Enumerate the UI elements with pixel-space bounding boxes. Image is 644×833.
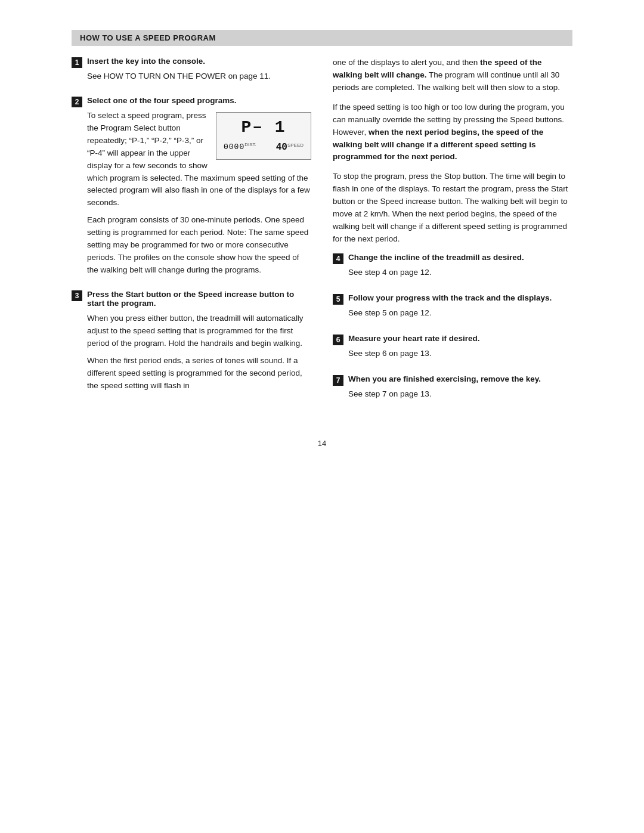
- step-5-body: See step 5 on page 12.: [348, 307, 552, 320]
- right-intro-para-1: one of the displays to alert you, and th…: [333, 57, 572, 94]
- step-6: 6 Measure your heart rate if desired. Se…: [333, 334, 572, 365]
- step-7-body: See step 7 on page 13.: [348, 388, 541, 401]
- step-6-number: 6: [333, 335, 343, 345]
- step-2-body: P– 1 0000DIST. 40SPEED To select a speed: [87, 110, 311, 281]
- display-main-text: P– 1: [224, 117, 304, 138]
- step-4-title: Change the incline of the treadmill as d…: [348, 253, 524, 262]
- step-1-content: Insert the key into the console. See HOW…: [87, 57, 271, 88]
- step-2: 2 Select one of the four speed programs.…: [72, 96, 311, 281]
- step-4-content: Change the incline of the treadmill as d…: [348, 253, 524, 284]
- step-3-title: Press the Start button or the Speed incr…: [87, 290, 294, 308]
- step-4-body: See step 4 on page 12.: [348, 267, 524, 279]
- right-intro-para-3: To stop the program, press the Stop butt…: [333, 171, 572, 246]
- step-3-content: Press the Start button or the Speed incr…: [87, 290, 311, 397]
- console-display: P– 1 0000DIST. 40SPEED: [216, 112, 311, 160]
- page-number: 14: [72, 439, 572, 448]
- step-3-para-2: When the first period ends, a series of …: [87, 355, 311, 392]
- step-3-para-1: When you press either button, the treadm…: [87, 312, 311, 350]
- two-column-layout: HOW TO USE A SPEED PROGRAM 1 Insert the …: [72, 30, 572, 415]
- left-column: 1 Insert the key into the console. See H…: [72, 57, 311, 415]
- step-6-body-text: See step 6 on page 13.: [348, 348, 480, 360]
- step-1-body-text: See HOW TO TURN ON THE POWER on page 11.: [87, 70, 271, 83]
- step-2-para-2: Each program consists of 30 one-minute p…: [87, 214, 311, 277]
- step-3: 3 Press the Start button or the Speed in…: [72, 290, 311, 397]
- step-5-body-text: See step 5 on page 12.: [348, 307, 552, 320]
- step-6-title: Measure your heart rate if desired.: [348, 334, 480, 343]
- step-5-content: Follow your progress with the track and …: [348, 293, 552, 324]
- step-5-title: Follow your progress with the track and …: [348, 293, 552, 302]
- display-dist-value: 0000DIST.: [224, 141, 256, 153]
- step-6-content: Measure your heart rate if desired. See …: [348, 334, 480, 365]
- section-title: HOW TO USE A SPEED PROGRAM: [80, 33, 216, 42]
- step-3-body: When you press either button, the treadm…: [87, 312, 311, 392]
- step-1: 1 Insert the key into the console. See H…: [72, 57, 311, 88]
- step-1-title: Insert the key into the console.: [87, 57, 205, 66]
- step-7-title: When you are finished exercising, remove…: [348, 374, 541, 383]
- step-4: 4 Change the incline of the treadmill as…: [333, 253, 572, 284]
- step-7: 7 When you are finished exercising, remo…: [333, 374, 572, 405]
- step-7-number: 7: [333, 375, 343, 386]
- right-column: one of the displays to alert you, and th…: [333, 57, 572, 415]
- step-2-content: Select one of the four speed programs. P…: [87, 96, 311, 281]
- right-intro-para-2: If the speed setting is too high or too …: [333, 101, 572, 164]
- step-2-number: 2: [72, 97, 82, 107]
- page: HOW TO USE A SPEED PROGRAM 1 Insert the …: [54, 0, 590, 496]
- step-5: 5 Follow your progress with the track an…: [333, 293, 572, 324]
- step-7-body-text: See step 7 on page 13.: [348, 388, 541, 401]
- step-4-body-text: See step 4 on page 12.: [348, 267, 524, 279]
- step-6-body: See step 6 on page 13.: [348, 348, 480, 360]
- display-bottom-row: 0000DIST. 40SPEED: [224, 140, 304, 155]
- step-1-number: 1: [72, 57, 82, 68]
- step-4-number: 4: [333, 253, 343, 264]
- step-3-number: 3: [72, 290, 82, 301]
- section-header: HOW TO USE A SPEED PROGRAM: [72, 30, 572, 46]
- step-5-number: 5: [333, 294, 343, 305]
- step-7-content: When you are finished exercising, remove…: [348, 374, 541, 405]
- display-speed-value: 40SPEED: [276, 140, 304, 155]
- step-1-body: See HOW TO TURN ON THE POWER on page 11.: [87, 70, 271, 83]
- step-2-title: Select one of the four speed programs.: [87, 96, 237, 105]
